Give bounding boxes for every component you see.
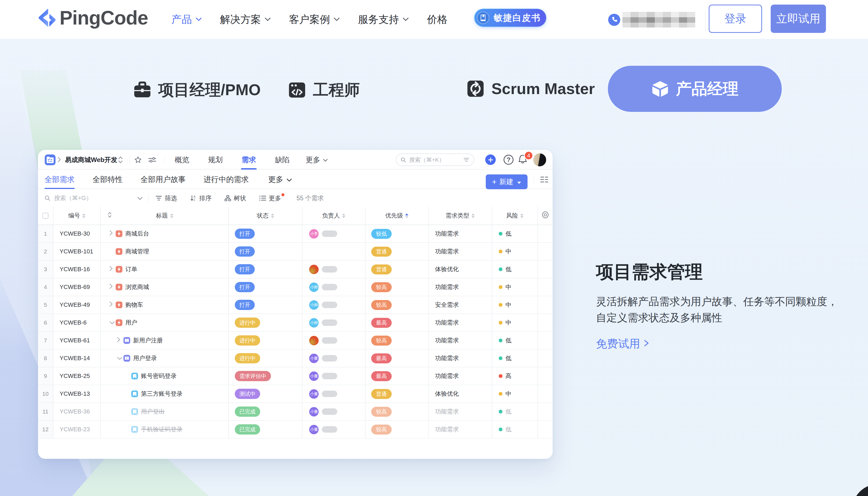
expand-chevron-icon[interactable] — [109, 321, 115, 325]
column-header-priority[interactable]: 优先级 — [366, 207, 429, 224]
status-badge[interactable]: 测试中 — [235, 389, 260, 399]
priority-badge[interactable]: 普通 — [371, 247, 392, 257]
expand-chevron-icon[interactable] — [109, 283, 113, 291]
assignee-avatar[interactable]: 小董 — [309, 407, 319, 417]
assignee-avatar[interactable] — [309, 336, 319, 345]
assignee-avatar[interactable]: 小董 — [309, 389, 319, 399]
row-title[interactable]: 浏览商城 — [125, 283, 149, 291]
priority-badge[interactable]: 较低 — [371, 229, 392, 239]
status-badge[interactable]: 打开 — [235, 229, 255, 239]
table-row[interactable]: 11 YCWEB-36 用户登出 — [38, 403, 553, 421]
project-icon[interactable] — [45, 154, 56, 165]
collapse-all-icon[interactable] — [107, 211, 112, 220]
priority-badge[interactable]: 较高 — [371, 282, 392, 292]
new-item-button[interactable]: + 新建 — [486, 174, 528, 189]
expand-chevron-icon[interactable] — [109, 230, 113, 238]
tree-view-button[interactable]: 树状 — [224, 189, 246, 207]
free-trial-link[interactable]: 免费试用 — [596, 337, 649, 351]
table-row[interactable]: 12 YCWEB-23 手机验证 — [38, 421, 553, 438]
help-button[interactable]: ? — [503, 155, 513, 165]
column-header-status[interactable]: 状态 — [229, 207, 303, 224]
row-title[interactable]: 商城管理 — [125, 247, 149, 255]
nav-menu-item[interactable]: 服务支持 — [358, 13, 409, 27]
role-tab-scrum-master[interactable]: Scrum Master — [467, 79, 595, 97]
assignee-avatar[interactable] — [309, 265, 319, 274]
app-tab-more[interactable]: 更多 — [299, 150, 334, 170]
assignee-avatar[interactable]: 小帅 — [309, 318, 319, 327]
column-header-id[interactable]: 编号 — [53, 207, 101, 224]
priority-badge[interactable]: 最高 — [371, 371, 392, 381]
pingcode-logo[interactable]: PingCode — [37, 6, 148, 30]
status-badge[interactable]: 打开 — [235, 264, 255, 275]
app-tab[interactable]: 概览 — [165, 150, 199, 170]
row-title[interactable]: 新用户注册 — [133, 337, 163, 344]
assignee-avatar[interactable]: 小董 — [309, 354, 319, 363]
display-settings-icon[interactable] — [540, 176, 548, 184]
table-row[interactable]: 8 YCWEB-14 用户登录 — [38, 350, 553, 368]
nav-menu-item[interactable]: 价格 — [427, 13, 448, 27]
row-title[interactable]: 用户 — [125, 319, 137, 327]
search-filter-icon[interactable] — [463, 157, 469, 162]
nav-menu-item[interactable]: 产品 — [171, 13, 202, 27]
status-badge[interactable]: 进行中 — [235, 353, 260, 363]
table-row[interactable]: 7 YCWEB-61 新用户注册 — [38, 332, 553, 350]
view-tab-more[interactable]: 更多 — [268, 170, 292, 189]
table-row[interactable]: 6 YCWEB-6 用户 — [38, 314, 553, 332]
settings-sliders-icon[interactable] — [148, 150, 156, 170]
status-badge[interactable]: 已完成 — [235, 406, 260, 417]
create-new-button[interactable] — [485, 154, 496, 165]
table-row[interactable]: 9 YCWEB-25 账号密码登 — [38, 368, 553, 385]
status-badge[interactable]: 打开 — [235, 282, 255, 292]
status-badge[interactable]: 需求评估中 — [235, 371, 271, 381]
expand-chevron-icon[interactable] — [117, 337, 121, 344]
row-title[interactable]: 用户登出 — [141, 407, 165, 416]
global-search-input[interactable]: 搜索（⌘+K） — [396, 153, 474, 166]
try-now-button[interactable]: 立即试用 — [771, 4, 826, 33]
column-header-assignee[interactable]: 负责人 — [303, 207, 366, 224]
nav-menu-item[interactable]: 客户案例 — [289, 13, 340, 27]
status-badge[interactable]: 进行中 — [235, 317, 260, 328]
status-badge[interactable]: 打开 — [235, 300, 255, 310]
avatar[interactable] — [533, 153, 546, 166]
column-header-type[interactable]: 需求类型 — [429, 207, 492, 224]
view-tab[interactable]: 全部特性 — [92, 170, 123, 189]
table-row[interactable]: 5 YCWEB-49 购物车 — [38, 296, 553, 314]
more-tools-button[interactable]: 更多 — [259, 189, 281, 207]
view-tab[interactable]: 全部需求 — [45, 170, 75, 189]
table-row[interactable]: 1 YCWEB-30 商城后台 — [38, 225, 553, 243]
priority-badge[interactable]: 较高 — [371, 300, 392, 310]
status-badge[interactable]: 已完成 — [235, 424, 260, 435]
row-title[interactable]: 订单 — [125, 265, 137, 273]
row-title[interactable]: 手机验证码登录 — [141, 425, 183, 433]
table-row[interactable]: 2 YCWEB-101 商城管理 — [38, 243, 553, 261]
assignee-avatar[interactable]: 小帅 — [309, 282, 319, 292]
status-badge[interactable]: 进行中 — [235, 335, 260, 345]
row-title[interactable]: 购物车 — [125, 301, 143, 309]
project-switcher-icon[interactable] — [118, 156, 123, 165]
row-title[interactable]: 账号密码登录 — [141, 372, 176, 380]
table-search-input[interactable]: 搜索（⌘+G） — [45, 189, 92, 207]
view-tab[interactable]: 全部用户故事 — [140, 170, 186, 189]
whitepaper-badge[interactable]: 敏捷白皮书 — [475, 9, 546, 27]
status-badge[interactable]: 打开 — [235, 246, 255, 257]
assignee-avatar[interactable]: 小董 — [309, 425, 319, 434]
column-header-title[interactable]: 标题 — [101, 207, 229, 224]
role-tab-pm[interactable]: 项目经理/PMO — [134, 79, 261, 100]
priority-badge[interactable]: 较高 — [371, 407, 392, 417]
expand-chevron-icon[interactable] — [117, 356, 123, 360]
sort-button[interactable]: AZ 排序 — [190, 189, 212, 207]
expand-chevron-icon[interactable] — [109, 301, 113, 309]
row-title[interactable]: 商城后台 — [125, 230, 149, 238]
priority-badge[interactable]: 最高 — [371, 353, 392, 363]
favorite-star-icon[interactable] — [134, 150, 142, 170]
row-title[interactable]: 第三方账号登录 — [141, 390, 183, 398]
app-tab[interactable]: 需求 — [232, 150, 265, 170]
priority-badge[interactable]: 普通 — [371, 389, 392, 399]
priority-badge[interactable]: 普通 — [371, 264, 392, 275]
table-row[interactable]: 3 YCWEB-16 订单 — [38, 261, 553, 278]
app-tab[interactable]: 缺陷 — [265, 150, 299, 170]
view-tab[interactable]: 进行中的需求 — [203, 170, 249, 189]
app-tab[interactable]: 规划 — [199, 150, 232, 170]
nav-menu-item[interactable]: 解决方案 — [220, 13, 270, 27]
row-title[interactable]: 用户登录 — [133, 354, 157, 362]
